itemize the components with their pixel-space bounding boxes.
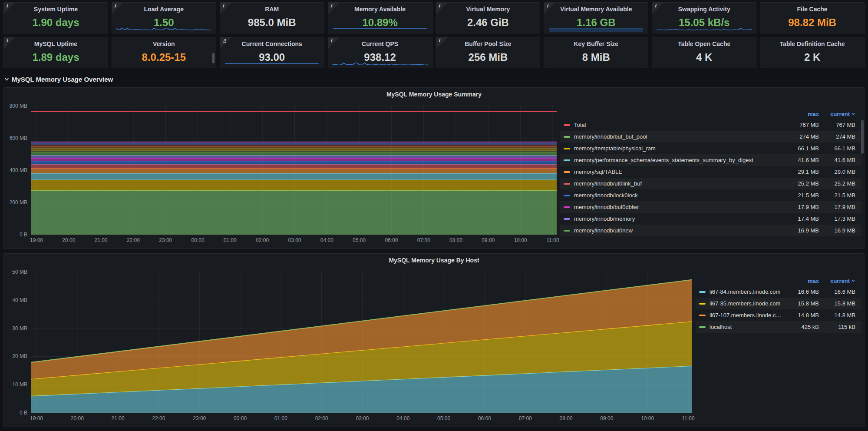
- info-icon: i: [330, 3, 332, 8]
- info-corner-icon[interactable]: [4, 37, 15, 49]
- legend-row[interactable]: memory/sql/TABLE29.1 MB29.0 MB: [560, 166, 861, 178]
- legend-sort-max[interactable]: max: [782, 278, 819, 284]
- series-color-swatch: [564, 183, 570, 185]
- svg-text:10:00: 10:00: [514, 237, 527, 243]
- stat-title[interactable]: Key Buffer Size: [544, 37, 648, 47]
- info-corner-icon[interactable]: [220, 3, 231, 14]
- legend-sort-current[interactable]: current: [819, 278, 855, 284]
- stat-value: 8 MiB: [544, 51, 648, 63]
- stat-value: 985.0 MiB: [220, 17, 324, 29]
- series-color-swatch: [564, 159, 570, 161]
- chart-svg[interactable]: 0 B10 MB20 MB30 MB40 MB50 MB19:0020:0021…: [4, 265, 696, 425]
- legend-row[interactable]: memory/temptable/physical_ram66.1 MB66.1…: [560, 143, 861, 154]
- svg-text:22:00: 22:00: [152, 415, 165, 421]
- stat-title[interactable]: Virtual Memory: [436, 3, 540, 13]
- info-corner-icon[interactable]: [544, 3, 555, 14]
- legend-max-value: 16.9 MB: [782, 227, 819, 234]
- legend-current-value: 14.8 MB: [819, 312, 855, 318]
- section-header-memory-usage-overview[interactable]: MySQL Memory Usage Overview: [3, 72, 865, 87]
- legend-row[interactable]: memory/performance_schema/events_stateme…: [560, 154, 861, 166]
- chart-svg[interactable]: 0 B200 MB400 MB600 MB800 MB19:0020:0021:…: [4, 99, 560, 247]
- legend-rows: Total767 MB767 MBmemory/innodb/buf_buf_p…: [560, 119, 861, 236]
- sparkline-line: [332, 60, 428, 66]
- svg-text:09:00: 09:00: [600, 415, 613, 421]
- legend-row[interactable]: li67-107.members.linode.com14.8 MB14.8 M…: [696, 309, 861, 321]
- stats-row-mysql: iMySQL Uptime1.89 daysVersion8.0.25-15Cu…: [3, 37, 865, 68]
- svg-text:20 MB: 20 MB: [12, 353, 27, 359]
- legend-current-value: 15.8 MB: [819, 300, 855, 307]
- series-bands: [31, 142, 557, 235]
- sparkline-flat: [332, 25, 428, 32]
- panel-scrollbar-thumb[interactable]: [212, 53, 215, 63]
- legend-row[interactable]: memory/innodb/memory17.4 MB17.3 MB: [560, 213, 861, 225]
- info-corner-icon[interactable]: [436, 37, 448, 49]
- stat-title[interactable]: Current QPS: [328, 37, 432, 47]
- legend-max-value: 41.6 MB: [782, 157, 819, 163]
- legend-row[interactable]: memory/innodb/ut0new16.9 MB16.9 MB: [560, 225, 861, 236]
- svg-text:07:00: 07:00: [519, 415, 532, 421]
- memory-usage-by-host-chart[interactable]: 0 B10 MB20 MB30 MB40 MB50 MB19:0020:0021…: [4, 265, 696, 425]
- legend-row[interactable]: memory/innodb/buf0dblwr17.9 MB17.9 MB: [560, 201, 861, 213]
- legend-current-value: 17.3 MB: [819, 216, 855, 222]
- stat-panel-key-buffer-size: Key Buffer Size8 MiB: [544, 37, 648, 68]
- series-color-swatch: [564, 148, 570, 149]
- svg-text:23:00: 23:00: [193, 415, 206, 421]
- stat-title[interactable]: Buffer Pool Size: [436, 37, 540, 47]
- memory-usage-summary-chart[interactable]: 0 B200 MB400 MB600 MB800 MB19:0020:0021:…: [4, 99, 560, 247]
- panel-body: 0 B10 MB20 MB30 MB40 MB50 MB19:0020:0021…: [4, 265, 864, 425]
- svg-text:06:00: 06:00: [478, 415, 491, 421]
- info-corner-icon[interactable]: [328, 37, 340, 49]
- series-color-swatch: [564, 195, 570, 196]
- legend-row[interactable]: memory/innodb/buf_buf_pool274 MB274 MB: [560, 131, 861, 143]
- stat-panel-buffer-pool-size: iBuffer Pool Size256 MiB: [436, 37, 541, 68]
- stat-title[interactable]: Virtual Memory Available: [544, 3, 648, 13]
- legend-sort-max[interactable]: max: [782, 111, 819, 117]
- info-corner-icon[interactable]: [436, 3, 448, 14]
- info-corner-icon[interactable]: [4, 3, 15, 14]
- info-corner-icon[interactable]: [652, 3, 663, 14]
- legend-series-label: memory/innodb/ut0link_buf: [574, 180, 782, 187]
- stat-title[interactable]: Load Average: [112, 3, 216, 13]
- panel-title[interactable]: MySQL Memory Usage Summary: [4, 88, 864, 99]
- legend-series-label: li67-35.members.linode.com: [710, 300, 782, 307]
- legend-row[interactable]: li67-84.members.linode.com16.6 MB16.6 MB: [696, 286, 861, 298]
- stat-title[interactable]: Memory Available: [328, 3, 432, 13]
- stat-value: 256 MiB: [436, 51, 540, 63]
- svg-text:21:00: 21:00: [112, 415, 125, 421]
- stat-title[interactable]: Current Connections: [220, 37, 324, 47]
- svg-text:10:00: 10:00: [641, 415, 654, 421]
- stat-title[interactable]: Table Open Cache: [652, 37, 756, 47]
- legend-current-value: 17.9 MB: [819, 204, 855, 210]
- stat-title[interactable]: System Uptime: [4, 3, 108, 13]
- info-corner-icon[interactable]: [112, 3, 123, 14]
- stat-title[interactable]: Table Definition Cache: [760, 37, 864, 47]
- stat-panel-ram: iRAM985.0 MiB: [220, 2, 324, 33]
- panel-title[interactable]: MySQL Memory Usage By Host: [4, 254, 864, 265]
- stat-title[interactable]: File Cache: [760, 3, 864, 13]
- info-corner-icon[interactable]: [328, 3, 340, 14]
- series-color-swatch: [699, 291, 706, 293]
- legend-row[interactable]: li67-35.members.linode.com15.8 MB15.8 MB: [696, 298, 861, 309]
- legend-current-value: 274 MB: [819, 133, 855, 140]
- legend-series-label: memory/innodb/buf0dblwr: [574, 204, 782, 210]
- legend-row[interactable]: memory/innodb/ut0link_buf25.2 MB25.2 MB: [560, 178, 861, 189]
- legend-max-value: 17.4 MB: [782, 216, 819, 222]
- stat-panel-virtual-memory-available: iVirtual Memory Available1.16 GB: [544, 2, 648, 33]
- stat-title[interactable]: Version: [112, 37, 216, 47]
- chevron-down-icon: [4, 77, 9, 82]
- stat-panel-memory-available: iMemory Available10.89%: [328, 2, 432, 33]
- legend-sort-current[interactable]: current: [819, 111, 855, 117]
- legend-row[interactable]: localhost425 kB115 kB: [696, 321, 861, 333]
- stat-title[interactable]: RAM: [220, 3, 324, 13]
- legend-row[interactable]: Total767 MB767 MB: [560, 119, 861, 131]
- legend-current-value: 16.9 MB: [819, 227, 855, 234]
- legend-scrollbar-thumb[interactable]: [861, 120, 864, 154]
- legend-row[interactable]: memory/innodb/lock0lock21.5 MB21.5 MB: [560, 189, 861, 201]
- stat-panel-swapping-activity: iSwapping Activity15.05 kB/s: [652, 2, 756, 33]
- stat-title[interactable]: Swapping Activity: [652, 3, 756, 13]
- info-icon: i: [6, 38, 8, 43]
- svg-text:08:00: 08:00: [449, 237, 462, 243]
- info-icon: i: [546, 3, 548, 8]
- stat-panel-version: Version8.0.25-15: [112, 37, 216, 68]
- stat-title[interactable]: MySQL Uptime: [4, 37, 108, 47]
